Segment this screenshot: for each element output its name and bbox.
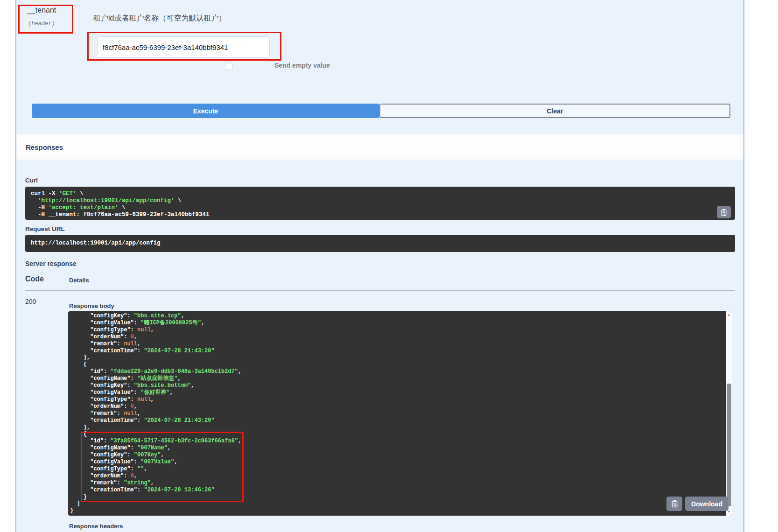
tenant-value-input[interactable] xyxy=(97,36,270,58)
parameter-name: __tenant xyxy=(27,6,56,14)
download-button[interactable]: Download xyxy=(685,497,729,511)
request-url-value: http://localhost:19001/api/app/config xyxy=(25,235,735,252)
curl-command-block: curl -X 'GET' \ 'http://localhost:19001/… xyxy=(25,187,735,220)
response-body-json: "configKey": "bbs.site.icp", "configValu… xyxy=(68,311,726,514)
status-code: 200 xyxy=(25,298,36,305)
code-line: "remark": "string", xyxy=(70,480,726,487)
code-line: -H __tenant: f8cf76aa-ac59-6399-23ef-3a1… xyxy=(31,211,729,218)
swagger-ui-page: __tenant (header) 租户id或者租户名称（可空为默认租户） Se… xyxy=(0,0,778,532)
code-line: "configValue": "你好世界", xyxy=(70,389,726,396)
code-line: "configValue": "赣ICP备20008025号", xyxy=(70,320,726,327)
response-body-block: "configKey": "bbs.site.icp", "configValu… xyxy=(68,311,732,516)
code-line: "creationTime": "2024-07-28 21:43:20" xyxy=(70,348,726,355)
parameter-location: (header) xyxy=(28,21,55,27)
code-column-header: Code xyxy=(25,275,44,283)
code-line: "configName": "007Name", xyxy=(70,445,726,452)
request-url-label: Request URL xyxy=(25,225,65,232)
code-line: "id": "3fa85f64-5717-4562-b3fc-2c963f66a… xyxy=(70,438,726,445)
curl-label: Curl xyxy=(25,177,38,184)
responses-title: Responses xyxy=(26,143,63,151)
response-body-label: Response body xyxy=(69,302,114,309)
code-line: } xyxy=(70,507,726,514)
code-line: curl -X 'GET' \ xyxy=(31,190,729,197)
code-line: "configType": "", xyxy=(70,466,726,473)
code-line: "configType": null, xyxy=(70,327,726,334)
response-headers-label: Response headers xyxy=(69,523,123,530)
code-line: "id": "fddae229-a2e9-ddb3-648a-3a140bc1b… xyxy=(70,368,726,375)
scroll-up-arrow[interactable]: ▲ xyxy=(726,312,732,318)
clear-button[interactable]: Clear xyxy=(379,104,730,118)
code-line: "remark": null, xyxy=(70,341,726,348)
code-line: "creationTime": "2024-07-28 21:43:20" xyxy=(70,417,726,424)
code-line: { xyxy=(70,361,726,368)
request-url-block: http://localhost:19001/api/app/config xyxy=(25,235,735,252)
code-line: ] xyxy=(70,500,726,507)
code-line: } xyxy=(70,494,726,501)
copy-curl-button[interactable] xyxy=(717,206,731,218)
code-line: 'http://localhost:19001/api/app/config' … xyxy=(31,197,729,204)
code-line: "remark": null, xyxy=(70,410,726,417)
code-line: "creationTime": "2024-07-28 13:46:26" xyxy=(70,487,726,494)
clipboard-copy-icon xyxy=(671,500,679,508)
code-line: { xyxy=(70,431,726,438)
responses-section-header xyxy=(16,134,743,160)
copy-response-button[interactable] xyxy=(666,497,682,511)
code-line: "configKey": "bbs.site.bottom", xyxy=(70,382,726,389)
code-line: -H 'accept: text/plain' \ xyxy=(31,204,729,211)
code-line: "orderNum": 0, xyxy=(70,473,726,480)
server-response-label: Server response xyxy=(25,260,77,267)
table-divider xyxy=(25,290,735,291)
details-column-header: Details xyxy=(69,277,89,284)
send-empty-value-checkbox[interactable] xyxy=(226,63,233,70)
code-line: "orderNum": 0, xyxy=(70,403,726,410)
code-line: "configKey": "bbs.site.icp", xyxy=(70,313,726,320)
curl-command: curl -X 'GET' \ 'http://localhost:19001/… xyxy=(25,187,735,220)
code-line: "configValue": "007Value", xyxy=(70,459,726,466)
code-line: "configKey": "007Key", xyxy=(70,452,726,459)
code-line: "configName": "站点底部信息", xyxy=(70,375,726,382)
execute-button[interactable]: Execute xyxy=(32,104,379,118)
code-line: "orderNum": 0, xyxy=(70,334,726,341)
scrollbar-thumb[interactable] xyxy=(727,384,731,506)
code-line: }, xyxy=(70,424,726,431)
clipboard-copy-icon xyxy=(720,209,728,216)
code-line: "configType": null, xyxy=(70,396,726,403)
response-body-scrollbar[interactable]: ▲ ▼ xyxy=(726,311,732,516)
parameter-description: 租户id或者租户名称（可空为默认租户） xyxy=(93,14,226,23)
code-line: }, xyxy=(70,354,726,361)
send-empty-value-label: Send empty value xyxy=(274,62,330,69)
